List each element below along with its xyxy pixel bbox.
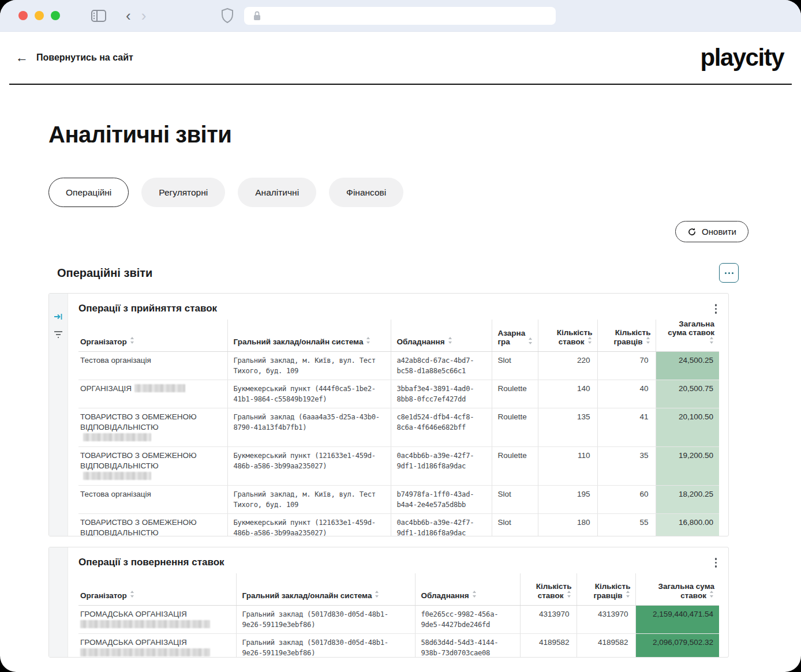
col-venue[interactable]: Гральний заклад/онлайн система <box>236 573 415 606</box>
filter-icon[interactable] <box>54 331 63 339</box>
bet-acceptance-table: Організатор Гральний заклад/онлайн систе… <box>78 320 719 537</box>
card-menu-icon[interactable] <box>712 301 721 317</box>
sort-icon <box>626 591 631 598</box>
table-row: Тестова організація Гральний заклад, м. … <box>78 486 719 514</box>
sort-icon <box>709 591 714 598</box>
redacted-text <box>80 648 210 656</box>
table-row: Тестова організація Гральний заклад, м. … <box>78 352 719 380</box>
collapse-panel-icon[interactable] <box>54 312 63 321</box>
heatmap-cell: 2,096,079,502.32 <box>635 634 719 658</box>
sort-icon <box>567 591 572 598</box>
card-bet-returns: Операції з повернення ставок Організатор… <box>48 547 729 658</box>
table-side-toolbar <box>49 547 68 657</box>
redacted-text <box>83 472 151 480</box>
col-bet-count[interactable]: Кількістьставок <box>520 573 577 606</box>
col-organizer[interactable]: Організатор <box>78 573 236 606</box>
sort-icon <box>528 337 533 345</box>
card-title: Операції з повернення ставок <box>78 554 224 568</box>
col-game[interactable]: Азарнагра <box>492 320 538 352</box>
heatmap-cell: 20,500.75 <box>656 380 719 408</box>
col-total-sum[interactable]: Загальнасума ставок <box>656 320 719 352</box>
table-row: ГРОМАДСЬКА ОРГАНІЗАЦІЯ Гральний заклад (… <box>78 634 719 658</box>
col-equipment[interactable]: Обладнання <box>391 320 492 352</box>
page-title: Аналітичні звіти <box>48 122 753 148</box>
heatmap-cell: 16,800.00 <box>656 514 719 537</box>
col-player-count[interactable]: Кількістьгравців <box>577 573 635 606</box>
sort-icon <box>130 591 135 598</box>
back-to-site-link[interactable]: ← Повернутись на сайт <box>16 51 133 64</box>
table-row: ТОВАРИСТВО З ОБМЕЖЕНОЮВІДПОВІДАЛЬНІСТЮ Б… <box>78 514 719 537</box>
sidebar-toggle-icon[interactable] <box>91 10 106 22</box>
bet-returns-table: Організатор Гральний заклад/онлайн систе… <box>78 573 719 658</box>
header-divider <box>9 84 792 85</box>
sort-icon <box>709 337 714 344</box>
tab-operational[interactable]: Операційні <box>48 178 129 207</box>
card-bet-acceptance: Операції з прийняття ставок Організатор … <box>48 293 729 536</box>
sort-icon <box>375 591 380 598</box>
shield-icon[interactable] <box>221 8 234 23</box>
browser-chrome: ‹ › <box>0 0 801 32</box>
table-row: ТОВАРИСТВО З ОБМЕЖЕНОЮВІДПОВІДАЛЬНІСТЮ Г… <box>78 408 719 447</box>
address-bar[interactable] <box>244 7 556 25</box>
col-player-count[interactable]: Кількістьгравців <box>597 320 656 352</box>
report-type-tabs: Операційні Регуляторні Аналітичні Фінанс… <box>48 178 753 207</box>
col-total-sum[interactable]: Загальна сумаставок <box>635 573 719 606</box>
sort-icon <box>646 337 651 344</box>
table-side-toolbar <box>49 294 68 536</box>
refresh-icon <box>687 227 697 236</box>
sort-icon <box>366 337 371 344</box>
traffic-lights <box>18 11 60 20</box>
table-row: ГРОМАДСЬКА ОРГАНІЗАЦІЯ Гральний заклад (… <box>78 606 719 634</box>
tab-analytical[interactable]: Аналітичні <box>238 178 316 207</box>
heatmap-cell: 2,159,440,471.54 <box>635 606 719 634</box>
back-link-label: Повернутись на сайт <box>36 52 133 63</box>
maximize-window-button[interactable] <box>51 11 60 20</box>
table-row: ОРГАНІЗАЦІЯ Букмекерський пункт (444f0ca… <box>78 380 719 408</box>
card-menu-icon[interactable] <box>712 554 721 571</box>
app-header: ← Повернутись на сайт playcity <box>0 32 801 84</box>
tab-financial[interactable]: Фінансові <box>329 178 403 207</box>
sort-icon <box>130 337 135 344</box>
heatmap-cell: 20,100.50 <box>656 408 719 447</box>
redacted-text <box>80 620 210 628</box>
sort-icon <box>587 337 593 344</box>
table-header-row: Організатор Гральний заклад/онлайн систе… <box>78 573 719 606</box>
refresh-button[interactable]: Оновити <box>675 221 748 242</box>
table-row: ТОВАРИСТВО З ОБМЕЖЕНОЮВІДПОВІДАЛЬНІСТЮ Б… <box>78 447 719 486</box>
lock-icon <box>253 11 261 21</box>
heatmap-cell: 19,200.50 <box>656 447 719 486</box>
table-header-row: Організатор Гральний заклад/онлайн систе… <box>78 320 719 352</box>
browser-window: ‹ › ← Повернутись на сайт playcity Аналі… <box>0 0 801 672</box>
close-window-button[interactable] <box>18 11 28 20</box>
col-equipment[interactable]: Обладнання <box>415 573 520 606</box>
sort-icon <box>448 337 453 344</box>
section-title: Операційні звіти <box>57 266 152 280</box>
minimize-window-button[interactable] <box>35 11 44 20</box>
col-venue[interactable]: Гральний заклад/онлайн система <box>227 320 391 352</box>
forward-nav-icon[interactable]: › <box>141 8 147 23</box>
heatmap-cell: 18,200.25 <box>656 486 719 514</box>
heatmap-cell: 24,500.25 <box>656 352 719 380</box>
tab-regulatory[interactable]: Регуляторні <box>141 178 225 207</box>
playcity-logo: playcity <box>701 44 784 72</box>
section-more-button[interactable] <box>719 263 739 283</box>
col-bet-count[interactable]: Кількістьставок <box>538 320 597 352</box>
redacted-text <box>134 384 185 392</box>
back-nav-icon[interactable]: ‹ <box>126 8 131 23</box>
back-arrow-icon: ← <box>16 51 28 64</box>
card-title: Операції з прийняття ставок <box>78 301 217 314</box>
sort-icon <box>472 591 477 598</box>
redacted-text <box>83 433 151 441</box>
col-organizer[interactable]: Організатор <box>78 320 227 352</box>
